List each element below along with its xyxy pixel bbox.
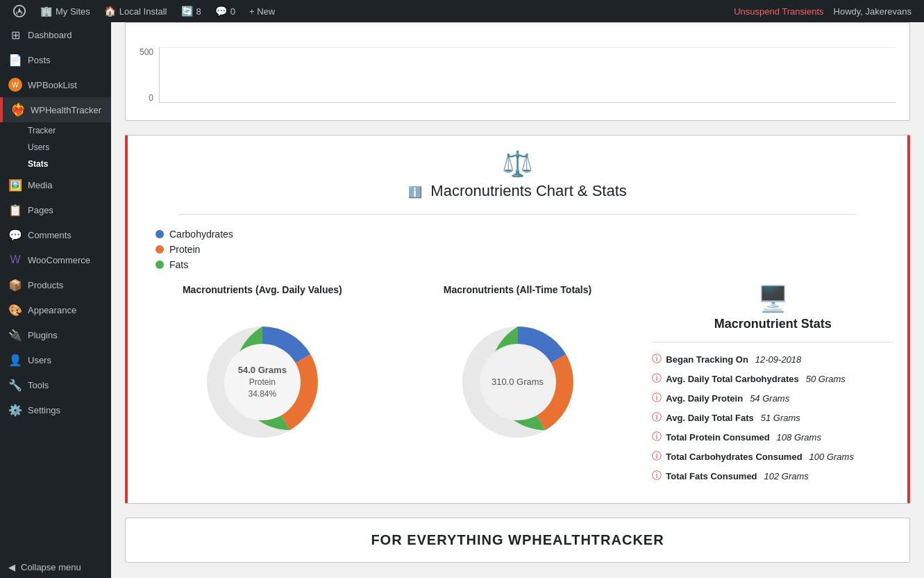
my-sites-menu[interactable]: 🏢 My Sites bbox=[33, 0, 97, 22]
wphealthtracker-label: WPHealthTracker bbox=[31, 105, 101, 115]
y-axis-500: 500 bbox=[140, 47, 153, 57]
dashboard-icon: ⊞ bbox=[8, 28, 22, 42]
sidebar-item-pages[interactable]: 📋 Pages bbox=[0, 197, 111, 222]
admin-bar: 🏢 My Sites 🏠 Local Install 🔄 8 💬 0 + New… bbox=[0, 0, 924, 22]
updates-count: 8 bbox=[196, 6, 201, 17]
legend-fats: Fats bbox=[156, 259, 893, 270]
sidebar-item-comments[interactable]: 💬 Comments bbox=[0, 222, 111, 247]
donut-chart-avg: Macronutrients (Avg. Daily Values) bbox=[142, 284, 383, 459]
tracker-label: Tracker bbox=[28, 126, 56, 135]
tools-label: Tools bbox=[28, 380, 49, 390]
sidebar-item-wphealthtracker[interactable]: ❤️‍🔥 WPHealthTracker bbox=[0, 97, 111, 122]
local-install-menu[interactable]: 🏠 Local Install bbox=[97, 0, 174, 22]
updates-menu[interactable]: 🔄 8 bbox=[174, 0, 208, 22]
y-axis-0: 0 bbox=[149, 93, 153, 103]
donut-total-title: Macronutrients (All-Time Totals) bbox=[444, 284, 591, 295]
sidebar-item-wpbooklist[interactable]: W WPBookList bbox=[0, 72, 111, 97]
products-icon: 📦 bbox=[8, 278, 22, 292]
stat-total-protein-label: Total Protein Consumed bbox=[666, 432, 769, 443]
new-content-menu[interactable]: + New bbox=[242, 0, 282, 22]
settings-icon: ⚙️ bbox=[8, 403, 22, 417]
comments-icon: 💬 bbox=[8, 228, 22, 242]
stats-panel-title: Macronutrient Stats bbox=[652, 317, 893, 331]
footer-title: For Everything WPHEALTHTRACKER bbox=[140, 532, 896, 548]
sidebar-item-appearance[interactable]: 🎨 Appearance bbox=[0, 297, 111, 322]
howdy-text: Howdy, Jakerevans bbox=[827, 6, 918, 17]
stat-total-protein: ⓘ Total Protein Consumed 108 Grams bbox=[652, 431, 893, 443]
chart-area: 500 0 bbox=[140, 37, 896, 106]
dashboard-label: Dashboard bbox=[28, 30, 72, 40]
adminbar-right: Unsuspend Transients Howdy, Jakerevans bbox=[734, 6, 918, 17]
users-icon: 👤 bbox=[8, 353, 22, 367]
stats-panel: 🖥️ Macronutrient Stats ⓘ Began Tracking … bbox=[652, 284, 893, 489]
donut-total-label: 310.0 Grams bbox=[492, 376, 544, 388]
stat-total-fats-label: Total Fats Consumed bbox=[666, 471, 757, 481]
sidebar-item-products[interactable]: 📦 Products bbox=[0, 272, 111, 297]
sidebar-submenu-users[interactable]: Users bbox=[0, 139, 111, 156]
legend-carbohydrates: Carbohydrates bbox=[156, 229, 893, 240]
collapse-menu-button[interactable]: ◀ Collapse menu bbox=[0, 556, 111, 578]
stat-avg-protein-icon: ⓘ bbox=[652, 392, 662, 404]
main-content-area: 500 0 ⚖️ ℹ️ Macronutrients Chart & Stats bbox=[111, 22, 924, 578]
macronutrients-section: ⚖️ ℹ️ Macronutrients Chart & Stats Carbo… bbox=[125, 135, 910, 504]
stat-avg-carbs-value: 50 Grams bbox=[806, 374, 846, 384]
posts-label: Posts bbox=[28, 55, 51, 65]
sidebar-item-posts[interactable]: 📄 Posts bbox=[0, 47, 111, 72]
donut-chart-total: Macronutrients (All-Time Totals) bbox=[397, 284, 639, 459]
protein-dot bbox=[156, 245, 164, 254]
footer-section: For Everything WPHEALTHTRACKER bbox=[125, 518, 910, 563]
macro-title: ℹ️ Macronutrients Chart & Stats bbox=[142, 182, 893, 200]
media-icon: 🖼️ bbox=[8, 178, 22, 192]
donut-avg-grams: 54.0 Grams bbox=[238, 364, 287, 377]
comments-menu[interactable]: 💬 0 bbox=[208, 0, 242, 22]
charts-row: Macronutrients (Avg. Daily Values) bbox=[142, 284, 893, 489]
stat-began-value: 12-09-2018 bbox=[755, 354, 802, 365]
sidebar-item-dashboard[interactable]: ⊞ Dashboard bbox=[0, 22, 111, 47]
woocommerce-label: WooCommerce bbox=[28, 255, 90, 265]
local-install-label: Local Install bbox=[119, 6, 167, 17]
macro-header: ⚖️ ℹ️ Macronutrients Chart & Stats bbox=[142, 149, 893, 200]
stat-total-fats-icon: ⓘ bbox=[652, 470, 662, 482]
donut-avg-label: 54.0 Grams Protein 34.84% bbox=[238, 364, 287, 400]
carb-dot bbox=[156, 230, 164, 238]
stat-total-fats-value: 102 Grams bbox=[764, 471, 809, 481]
stat-total-carbs-label: Total Carbohydrates Consumed bbox=[666, 452, 802, 462]
sidebar-item-tools[interactable]: 🔧 Tools bbox=[0, 372, 111, 397]
pages-icon: 📋 bbox=[8, 203, 22, 217]
sidebar-item-settings[interactable]: ⚙️ Settings bbox=[0, 397, 111, 422]
wp-logo[interactable] bbox=[6, 0, 33, 22]
protein-label: Protein bbox=[169, 244, 200, 255]
footer-title-part1: For Everything bbox=[371, 532, 508, 547]
pages-label: Pages bbox=[28, 205, 53, 215]
stat-avg-carbs: ⓘ Avg. Daily Total Carbohydrates 50 Gram… bbox=[652, 372, 893, 385]
sidebar-item-users-menu[interactable]: 👤 Users bbox=[0, 347, 111, 372]
stat-total-carbs-value: 100 Grams bbox=[809, 452, 854, 462]
tools-icon: 🔧 bbox=[8, 378, 22, 392]
stats-panel-header: 🖥️ Macronutrient Stats bbox=[652, 284, 893, 331]
sidebar-item-media[interactable]: 🖼️ Media bbox=[0, 172, 111, 197]
stat-avg-protein: ⓘ Avg. Daily Protein 54 Grams bbox=[652, 392, 893, 404]
posts-icon: 📄 bbox=[8, 53, 22, 67]
unsuspend-link[interactable]: Unsuspend Transients bbox=[734, 6, 823, 17]
sidebar: ⊞ Dashboard 📄 Posts W WPBookList ❤️‍🔥 WP… bbox=[0, 22, 111, 578]
collapse-arrow-icon: ◀ bbox=[8, 562, 15, 572]
sidebar-submenu-stats[interactable]: Stats bbox=[0, 156, 111, 172]
collapse-label: Collapse menu bbox=[21, 562, 81, 572]
stat-avg-fats-icon: ⓘ bbox=[652, 411, 662, 424]
macro-divider bbox=[179, 214, 856, 215]
carb-label: Carbohydrates bbox=[169, 229, 233, 240]
stat-began: ⓘ Began Tracking On 12-09-2018 bbox=[652, 353, 893, 365]
donut-total-wrapper: 310.0 Grams bbox=[442, 306, 594, 459]
sidebar-submenu-tracker[interactable]: Tracker bbox=[0, 122, 111, 139]
stat-avg-fats: ⓘ Avg. Daily Total Fats 51 Grams bbox=[652, 411, 893, 424]
legend-protein: Protein bbox=[156, 244, 893, 255]
wpbooklist-icon: W bbox=[8, 78, 22, 92]
settings-label: Settings bbox=[28, 405, 60, 415]
woocommerce-icon: W bbox=[8, 253, 22, 267]
sidebar-item-plugins[interactable]: 🔌 Plugins bbox=[0, 322, 111, 347]
sidebar-item-woocommerce[interactable]: W WooCommerce bbox=[0, 247, 111, 272]
media-label: Media bbox=[28, 180, 52, 190]
stat-avg-protein-value: 54 Grams bbox=[750, 393, 789, 404]
comments-count: 0 bbox=[230, 6, 235, 17]
donut-avg-title: Macronutrients (Avg. Daily Values) bbox=[183, 284, 342, 295]
